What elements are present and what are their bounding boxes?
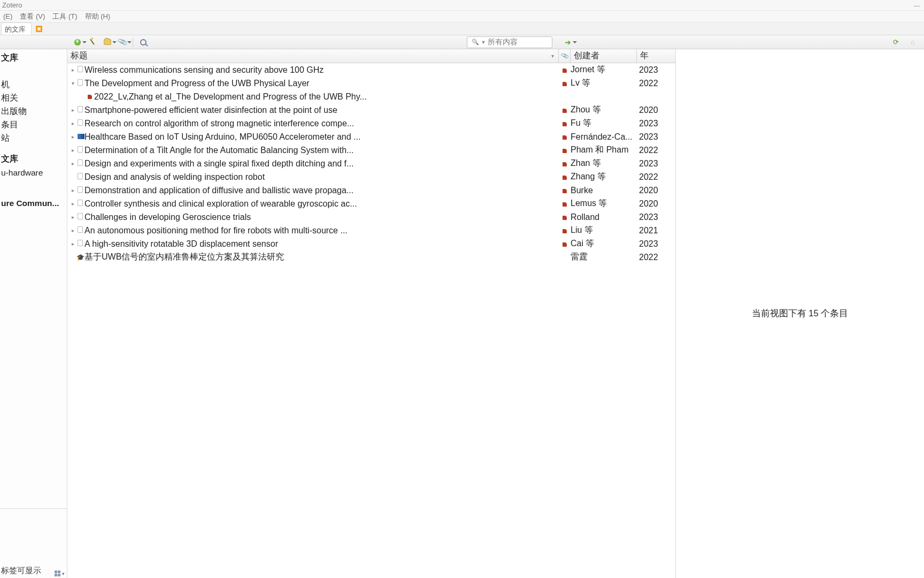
collection-item[interactable]: 相关	[0, 92, 67, 105]
twisty-icon[interactable]: ▸	[70, 120, 76, 126]
collection-item[interactable]: ure Commun...	[0, 196, 67, 210]
collection-item[interactable]: 条目	[0, 118, 67, 132]
twisty-icon[interactable]: ▸	[70, 134, 76, 140]
items-list[interactable]: ▸Wireless communications sensing and sec…	[67, 63, 675, 578]
collection-item[interactable]: 文库	[0, 51, 67, 65]
pdf-icon	[563, 202, 567, 207]
item-title: Wireless communications sensing and secu…	[84, 65, 559, 75]
item-row[interactable]: ▸Controller synthesis and clinical explo…	[67, 197, 675, 210]
menu-view[interactable]: 查看 (V)	[20, 12, 45, 21]
locate-button[interactable]: ➔	[563, 37, 573, 47]
item-row[interactable]: ▾The Development and Progress of the UWB…	[67, 77, 675, 90]
item-row[interactable]: ▸Challenges in developing Geroscience tr…	[67, 210, 675, 224]
item-row[interactable]: ▸An autonomous positioning method for fi…	[67, 224, 675, 237]
add-by-identifier-button[interactable]	[88, 37, 97, 47]
twisty-icon[interactable]: ▸	[70, 161, 76, 166]
column-creator[interactable]: 创建者	[571, 49, 637, 63]
item-creator: Liu 等	[571, 225, 637, 236]
collection-item[interactable]: 出版物	[0, 105, 67, 118]
pdf-icon	[563, 122, 567, 126]
item-row[interactable]: ▸Research on control algorithm of strong…	[67, 117, 675, 130]
tab-library[interactable]: 的文库	[1, 22, 32, 35]
attachment-indicator	[559, 65, 571, 75]
twisty-icon[interactable]: ▾	[70, 80, 76, 86]
tag-menu-caret[interactable]: ▾	[62, 571, 65, 576]
advanced-search-button[interactable]	[138, 37, 148, 47]
collection-item[interactable]: 站	[0, 132, 67, 145]
item-row[interactable]: ▸Smartphone-powered efficient water disi…	[67, 103, 675, 117]
attachment-indicator	[559, 172, 571, 182]
twisty-icon[interactable]: ▸	[70, 107, 76, 113]
search-scope-label: 所有内容	[488, 37, 518, 47]
wand-icon	[87, 37, 97, 47]
item-row[interactable]: ▸Determination of a Tilt Angle for the A…	[67, 143, 675, 157]
org-button[interactable]: ⌂	[908, 37, 918, 47]
item-creator: Rolland	[571, 212, 637, 222]
item-creator: Zhang 等	[571, 171, 637, 182]
twisty-icon[interactable]: ▸	[70, 147, 76, 153]
menu-help[interactable]: 帮助 (H)	[85, 12, 111, 21]
twisty-icon[interactable]: ▸	[70, 227, 76, 233]
item-year: 2020	[637, 199, 675, 209]
collection-item[interactable]	[0, 65, 67, 78]
tab-add-button[interactable]	[33, 22, 45, 35]
document-icon	[76, 186, 84, 194]
collection-item[interactable]: 机	[0, 78, 67, 92]
new-item-button[interactable]	[73, 37, 82, 47]
collections-tree[interactable]: 文库机相关出版物条目站文库u-hardwareure Commun...	[0, 49, 67, 508]
paperclip-icon: 📎	[117, 37, 128, 48]
item-row[interactable]: ▸Design and experiments with a single sp…	[67, 157, 675, 170]
column-title[interactable]: 标题 ▾	[67, 49, 559, 63]
item-year: 2022	[637, 146, 675, 155]
column-title-label: 标题	[71, 50, 88, 62]
twisty-icon[interactable]: ▸	[70, 187, 76, 193]
item-title: 2022_Lv,Zhang et al_The Development and …	[94, 92, 559, 102]
attachment-indicator	[559, 159, 571, 169]
item-row[interactable]: ▸A high-sensitivity rotatable 3D displac…	[67, 237, 675, 250]
attach-button[interactable]: 📎	[118, 37, 127, 47]
twisty-icon[interactable]: ▸	[70, 214, 76, 220]
twisty-icon[interactable]: ▸	[70, 201, 76, 207]
item-row[interactable]: ▸Wireless communications sensing and sec…	[67, 63, 675, 77]
column-year[interactable]: 年	[637, 49, 675, 63]
item-year: 2020	[637, 186, 675, 195]
attachment-indicator	[559, 132, 571, 142]
menu-tools[interactable]: 工具 (T)	[52, 12, 77, 21]
item-year: 2023	[637, 119, 675, 128]
search-box[interactable]: ▼ 所有内容	[467, 36, 552, 48]
item-year: 2023	[637, 132, 675, 142]
tag-view-icon[interactable]	[55, 571, 61, 577]
twisty-icon[interactable]: ▸	[70, 241, 76, 247]
search-scope[interactable]: ▼ 所有内容	[469, 37, 520, 47]
pdf-icon	[563, 242, 567, 247]
item-year: 2023	[637, 212, 675, 222]
minimize-button[interactable]: —	[914, 2, 920, 9]
item-creator: Zhou 等	[571, 104, 637, 116]
item-row[interactable]: ▸Demonstration and application of diffus…	[67, 184, 675, 197]
item-year: 2022	[637, 172, 675, 182]
collection-item[interactable]: u-hardware	[0, 166, 67, 179]
scope-caret-icon: ▼	[481, 40, 486, 45]
item-row[interactable]: 🎓基于UWB信号的室内精准鲁棒定位方案及其算法研究雷霆2022	[67, 250, 675, 264]
thesis-icon: 🎓	[76, 254, 84, 261]
item-title: 基于UWB信号的室内精准鲁棒定位方案及其算法研究	[84, 252, 559, 263]
twisty-icon[interactable]: ▸	[70, 67, 76, 73]
item-row[interactable]: Design and analysis of welding inspectio…	[67, 170, 675, 184]
attachment-indicator	[559, 146, 571, 155]
collection-item[interactable]: 文库	[0, 153, 67, 166]
new-collection-button[interactable]	[103, 37, 112, 47]
menu-edit[interactable]: (E)	[3, 12, 12, 20]
column-creator-label: 创建者	[574, 50, 599, 62]
attachment-indicator	[559, 212, 571, 222]
item-creator: 雷霆	[571, 252, 637, 263]
document-icon	[76, 226, 84, 234]
item-title: The Development and Progress of the UWB …	[84, 79, 559, 88]
item-row[interactable]: ▸Healthcare Based on IoT Using Arduino, …	[67, 130, 675, 143]
attachment-row[interactable]: 2022_Lv,Zhang et al_The Development and …	[67, 90, 675, 103]
toolbar-separator	[133, 37, 133, 47]
sync-button[interactable]: ⟳	[891, 37, 900, 47]
paperclip-icon: 📎	[560, 51, 569, 60]
column-attachment[interactable]: 📎	[559, 49, 571, 63]
workspace: 文库机相关出版物条目站文库u-hardwareure Commun... 标签可…	[0, 49, 924, 578]
document-icon	[76, 146, 84, 154]
